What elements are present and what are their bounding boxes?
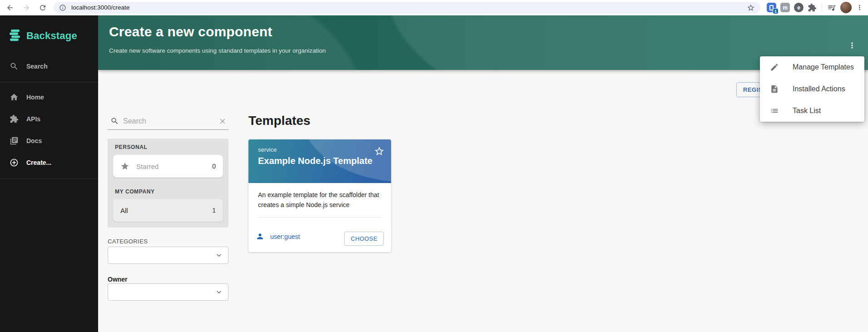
person-icon <box>256 232 264 241</box>
filter-entry-count: 1 <box>212 207 216 214</box>
page-header: Create a new component Create new softwa… <box>98 15 868 70</box>
sidebar-divider <box>0 82 98 82</box>
extension-badge: 1 <box>773 8 779 14</box>
main-content: REGISTER EXISTING COMPONENT PERSONAL Sta… <box>98 70 868 332</box>
sidebar-divider <box>0 178 98 179</box>
search-icon <box>110 117 119 125</box>
filter-all-card[interactable]: All 1 <box>113 199 223 222</box>
browser-menu-icon[interactable] <box>856 4 863 11</box>
template-card: service Example Node.js Template An exam… <box>248 139 391 252</box>
choose-button[interactable]: CHOOSE <box>344 232 384 246</box>
extension-glyph-e: e <box>797 5 800 11</box>
template-title: Example Node.js Template <box>258 156 372 166</box>
filter-starred-card[interactable]: Starred 0 <box>113 155 223 178</box>
docs-icon <box>10 136 19 145</box>
menu-item-task-list[interactable]: Task List <box>760 100 864 122</box>
extension-icon-2[interactable]: m <box>780 3 790 12</box>
sidebar-item-home[interactable]: Home <box>0 86 98 108</box>
categories-label: CATEGORIES <box>108 238 148 245</box>
sidebar-item-create[interactable]: Create... <box>0 152 98 173</box>
search-input[interactable] <box>123 117 218 125</box>
card-divider <box>258 217 382 218</box>
template-owner-name: user:guest <box>270 233 300 240</box>
menu-item-installed-actions[interactable]: Installed Actions <box>760 78 864 100</box>
templates-heading: Templates <box>248 114 310 128</box>
filter-entry-label: Starred <box>136 163 159 170</box>
filter-panel: PERSONAL Starred 0 MY COMPANY All 1 <box>108 139 228 228</box>
reload-button[interactable] <box>36 1 49 14</box>
back-icon <box>6 4 14 12</box>
browser-toolbar: localhost:3000/create 1 m e <box>0 0 868 15</box>
url-text: localhost:3000/create <box>71 4 129 11</box>
filter-entry-label: All <box>120 207 128 214</box>
search-icon <box>10 62 19 71</box>
template-type: service <box>258 146 277 153</box>
forward-button[interactable] <box>20 1 33 14</box>
sidebar-item-apis[interactable]: APIs <box>0 108 98 130</box>
profile-avatar[interactable] <box>840 2 852 13</box>
chevron-down-icon <box>214 287 223 297</box>
sidebar-item-label: Home <box>26 94 44 101</box>
kebab-icon <box>848 41 857 50</box>
url-bar[interactable]: localhost:3000/create <box>54 2 760 14</box>
template-owner-link[interactable]: user:guest <box>256 232 300 241</box>
template-search-field <box>108 113 228 130</box>
owner-select[interactable] <box>108 283 228 301</box>
menu-item-label: Task List <box>793 107 821 115</box>
media-playlist-icon[interactable] <box>827 3 836 12</box>
sidebar-item-label: Search <box>26 63 48 70</box>
site-info-icon[interactable] <box>59 4 66 11</box>
star-icon <box>120 162 129 171</box>
sidebar-item-label: APIs <box>26 115 40 123</box>
list-icon <box>770 106 779 115</box>
clear-search-icon[interactable] <box>218 117 227 125</box>
page-subtitle: Create new software components using sta… <box>109 47 326 54</box>
page-title: Create a new component <box>109 24 272 40</box>
brand[interactable]: Backstage <box>9 29 77 43</box>
template-description: An example template for the scaffolder t… <box>258 190 384 210</box>
chevron-down-icon <box>214 251 223 260</box>
puzzle-icon <box>10 114 19 124</box>
screen: localhost:3000/create 1 m e <box>0 0 868 332</box>
extension-icon-3[interactable]: e <box>794 3 804 12</box>
menu-item-manage-templates[interactable]: Manage Templates <box>760 56 864 78</box>
document-icon <box>770 84 779 94</box>
add-circle-icon <box>10 158 19 167</box>
filter-section-title: MY COMPANY <box>115 188 155 195</box>
brand-name: Backstage <box>26 30 77 42</box>
backstage-logo-icon <box>9 29 21 43</box>
sidebar-item-search[interactable]: Search <box>0 55 98 77</box>
sidebar-item-label: Docs <box>26 137 42 144</box>
reload-icon <box>39 4 47 12</box>
header-context-menu: Manage Templates Installed Actions Task … <box>760 56 864 122</box>
sidebar-item-docs[interactable]: Docs <box>0 130 98 152</box>
template-card-header: service Example Node.js Template <box>248 139 391 183</box>
browser-actions: 1 m e <box>767 2 863 13</box>
pencil-icon <box>770 63 779 72</box>
extension-icon-1[interactable]: 1 <box>767 3 776 12</box>
header-more-button[interactable] <box>843 37 861 54</box>
extension-glyph-m: m <box>783 5 788 11</box>
sidebar: Backstage Search Home APIs Docs Create..… <box>0 15 98 332</box>
forward-icon <box>22 4 30 12</box>
extensions-puzzle-icon[interactable] <box>808 3 817 12</box>
favorite-star-icon[interactable] <box>374 146 385 157</box>
bookmark-star-icon[interactable] <box>747 4 755 12</box>
sidebar-item-label: Create... <box>26 159 51 166</box>
menu-item-label: Installed Actions <box>793 85 845 93</box>
home-icon <box>10 93 19 102</box>
filter-entry-count: 0 <box>212 163 216 170</box>
toolbar-separator <box>822 4 822 12</box>
back-button[interactable] <box>4 1 16 14</box>
owner-label: Owner <box>108 276 128 283</box>
filter-section-title: PERSONAL <box>115 144 147 150</box>
categories-select[interactable] <box>108 247 228 264</box>
menu-item-label: Manage Templates <box>793 63 854 71</box>
